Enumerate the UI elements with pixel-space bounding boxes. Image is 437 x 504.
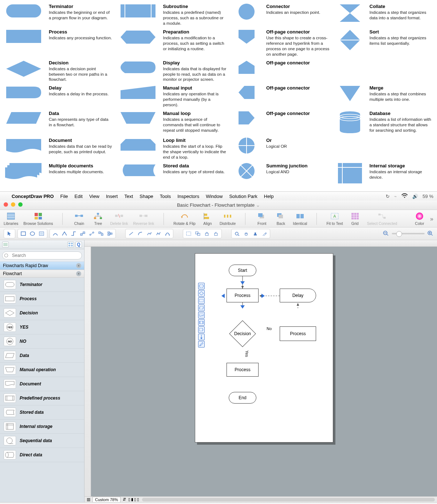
hint-arrow-icon[interactable] (240, 281, 245, 285)
connector-tool-4[interactable] (79, 230, 87, 237)
lib-item-manual-operation[interactable]: Manual operation (0, 363, 84, 377)
horizontal-scrollbar[interactable] (142, 498, 435, 501)
minimize-window-button[interactable] (11, 202, 15, 207)
lib-item-internal-storage[interactable]: Internal storage (0, 420, 84, 434)
lib-item-terminator[interactable]: Terminator (0, 278, 84, 292)
rd-process-icon[interactable] (198, 297, 205, 304)
rotate-flip-button[interactable]: Rotate & Flip (173, 212, 196, 226)
zoom-combo[interactable]: Custom 78% (92, 497, 121, 503)
lib-item-no[interactable]: NONO (0, 334, 84, 349)
wifi-icon[interactable] (401, 193, 408, 199)
select-connected-button[interactable]: Select Connected (367, 212, 397, 226)
connector-tool-6[interactable] (97, 230, 105, 237)
polyline-tool[interactable] (154, 230, 162, 237)
lib-item-yes[interactable]: YESYES (0, 320, 84, 334)
identical-button[interactable]: Identical (293, 212, 307, 226)
zoom-slider[interactable] (392, 233, 425, 234)
ungroup-tool[interactable] (194, 230, 202, 237)
rd-arrow-icon[interactable] (198, 334, 205, 340)
connector-tool-1[interactable] (51, 230, 59, 237)
lib-item-decision[interactable]: Decision (0, 306, 84, 320)
menu-view[interactable]: View (89, 194, 99, 199)
close-library-icon[interactable]: × (76, 263, 81, 268)
connector-tool-2[interactable] (60, 230, 68, 237)
connector-tool-5[interactable] (88, 230, 96, 237)
menu-tools[interactable]: Tools (160, 194, 171, 199)
rd-subroutine-icon[interactable] (198, 319, 205, 326)
zoom-in-icon[interactable] (428, 231, 433, 237)
toolbar-overflow-icon[interactable]: » (430, 216, 433, 222)
text-box-tool[interactable] (38, 230, 46, 237)
close-window-button[interactable] (4, 202, 8, 207)
title-dropdown-icon[interactable]: ⌄ (256, 202, 260, 208)
panel-search-icon[interactable]: Q (75, 242, 82, 247)
library-header-flowchart[interactable]: Flowchart × (0, 270, 84, 278)
rect-tool[interactable] (19, 230, 27, 237)
unlock-tool[interactable] (212, 230, 220, 237)
library-items-list[interactable]: Terminator Process Decision YESYES NONO … (0, 278, 84, 502)
lib-item-document[interactable]: Document (0, 377, 84, 391)
lib-item-data[interactable]: Data (0, 349, 84, 363)
arc-tool[interactable] (136, 230, 144, 237)
stamp-tool[interactable] (251, 230, 259, 237)
reverse-link-button[interactable]: Reverse link (133, 212, 154, 226)
lib-item-direct-data[interactable]: Direct data (0, 448, 84, 462)
app-name[interactable]: ConceptDraw PRO (12, 194, 54, 199)
volume-icon[interactable]: 🔊 (412, 194, 418, 199)
lib-item-process[interactable]: Process (0, 292, 84, 306)
node-process-2[interactable]: Process (280, 326, 316, 341)
rd-data-icon[interactable] (198, 305, 205, 311)
rd-terminator-icon[interactable] (198, 283, 205, 289)
connector-tool-3[interactable] (70, 230, 78, 237)
connector-tool-7[interactable] (106, 230, 114, 237)
tree-button[interactable]: Tree (91, 212, 105, 226)
timemachine-icon[interactable]: ↻ (386, 194, 390, 199)
menu-file[interactable]: File (60, 194, 68, 199)
front-button[interactable]: Front (255, 212, 269, 226)
menu-shape[interactable]: Shape (139, 194, 153, 199)
delete-link-button[interactable]: Delete link (110, 212, 128, 226)
grid-button[interactable]: Grid (348, 212, 362, 226)
menu-insert[interactable]: Insert (106, 194, 118, 199)
menu-window[interactable]: Window (206, 194, 223, 199)
zoom-window-button[interactable] (18, 202, 23, 207)
browse-solutions-button[interactable]: Browse Solutions (23, 212, 53, 226)
eyedropper-tool[interactable] (260, 230, 268, 237)
lib-item-sequential-data[interactable]: Sequential data (0, 434, 84, 448)
node-decision[interactable]: Decision (229, 320, 256, 347)
rd-decision-icon[interactable] (198, 290, 205, 297)
fit-to-text-button[interactable]: A Fit to Text (326, 212, 343, 226)
spline-tool[interactable] (145, 230, 153, 237)
horizontal-ruler[interactable] (84, 240, 437, 247)
menu-solution-park[interactable]: Solution Park (229, 194, 257, 199)
menu-text[interactable]: Text (124, 194, 133, 199)
node-start[interactable]: Start (229, 265, 256, 276)
page-nav[interactable]: ▯▮▯▯ (128, 497, 140, 502)
menu-edit[interactable]: Edit (75, 194, 83, 199)
zoom-out-icon[interactable] (383, 231, 389, 237)
page-tabs-icon[interactable]: ▥ (87, 497, 90, 502)
library-header-rapid-draw[interactable]: Flowcharts Rapid Draw × (0, 262, 84, 270)
bluetooth-icon[interactable]: ⌁ (394, 194, 397, 199)
zoom-tool[interactable] (233, 230, 241, 237)
node-process-1[interactable]: Process (227, 289, 259, 302)
align-button[interactable]: Align (201, 212, 214, 226)
pointer-tool[interactable] (5, 230, 13, 237)
panel-view-grid-icon[interactable] (67, 242, 74, 247)
hint-arrow-icon[interactable] (261, 294, 265, 298)
rd-delay-icon[interactable] (198, 326, 205, 333)
back-button[interactable]: Back (274, 212, 288, 226)
document-title[interactable]: Basic Flowchart - Flowchart template (177, 202, 255, 208)
distribute-button[interactable]: Distribute (220, 212, 236, 226)
color-button[interactable]: Color (413, 212, 426, 226)
hint-arrow-icon[interactable] (221, 294, 225, 298)
node-delay[interactable]: Delay (280, 289, 316, 302)
vertical-ruler[interactable] (84, 247, 91, 496)
close-library-icon[interactable]: × (76, 271, 81, 276)
panel-view-list-icon[interactable] (2, 242, 9, 247)
pan-tool[interactable] (242, 230, 250, 237)
library-search-input[interactable] (2, 251, 82, 259)
lib-item-predefined-process[interactable]: Predefined process (0, 391, 84, 405)
ellipse-tool[interactable] (28, 230, 36, 237)
chain-button[interactable]: Chain (72, 212, 86, 226)
